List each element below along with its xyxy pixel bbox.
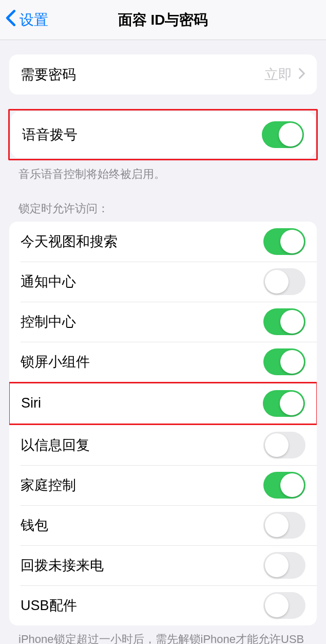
voice-dial-highlight: 语音拨号 <box>8 109 318 160</box>
row-label: 锁屏小组件 <box>21 353 263 371</box>
navbar: 设置 面容 ID与密码 <box>0 0 326 40</box>
lock-item-row: 家庭控制 <box>9 465 317 505</box>
lock-footer: iPhone锁定超过一小时后，需先解锁iPhone才能允许USB配件连接。 <box>0 625 326 644</box>
lock-item-row: 钱包 <box>9 505 317 545</box>
row-label: 家庭控制 <box>21 476 263 494</box>
row-label: 钱包 <box>21 516 263 535</box>
lock-access-group: 今天视图和搜索通知中心控制中心锁屏小组件Siri以信息回复家庭控制钱包回拨未接来… <box>9 222 317 625</box>
voice-dial-footer: 音乐语音控制将始终被启用。 <box>0 160 326 182</box>
lock-item-row: 通知中心 <box>9 262 317 302</box>
row-label: 需要密码 <box>21 65 264 84</box>
voice-dial-row: 语音拨号 <box>11 112 315 158</box>
lock-item-toggle[interactable] <box>263 472 305 499</box>
lock-item-row: 控制中心 <box>9 302 317 342</box>
lock-section-header: 锁定时允许访问： <box>0 201 326 222</box>
row-label: 以信息回复 <box>21 436 263 454</box>
lock-item-row: 回拨未接来电 <box>9 545 317 585</box>
lock-item-toggle[interactable] <box>263 308 305 335</box>
require-passcode-group: 需要密码 立即 <box>9 54 317 95</box>
row-label: Siri <box>21 395 263 411</box>
siri-highlight: Siri <box>9 382 317 425</box>
voice-dial-toggle[interactable] <box>262 121 304 148</box>
row-label: 通知中心 <box>21 272 263 291</box>
lock-item-row: 锁屏小组件 <box>9 342 317 382</box>
chevron-right-icon <box>298 68 305 81</box>
row-label: 今天视图和搜索 <box>21 232 263 251</box>
lock-item-toggle[interactable] <box>263 512 305 539</box>
back-button[interactable]: 设置 <box>0 9 48 30</box>
require-passcode-row[interactable]: 需要密码 立即 <box>9 54 317 95</box>
lock-item-row: Siri <box>10 383 316 424</box>
lock-item-toggle[interactable] <box>263 432 305 458</box>
row-label: 语音拨号 <box>22 125 262 144</box>
row-label: USB配件 <box>21 596 263 615</box>
chevron-left-icon <box>5 9 16 30</box>
back-label: 设置 <box>20 10 48 30</box>
page-title: 面容 ID与密码 <box>118 10 208 30</box>
lock-item-toggle[interactable] <box>263 390 305 417</box>
row-label: 回拨未接来电 <box>21 556 263 575</box>
lock-item-row: 以信息回复 <box>9 425 317 465</box>
row-value: 立即 <box>264 65 292 84</box>
lock-item-row: USB配件 <box>9 585 317 625</box>
lock-item-row: 今天视图和搜索 <box>9 222 317 262</box>
lock-item-toggle[interactable] <box>263 592 305 619</box>
voice-dial-group: 语音拨号 <box>11 112 315 158</box>
row-label: 控制中心 <box>21 312 263 331</box>
lock-item-toggle[interactable] <box>263 268 305 295</box>
lock-item-toggle[interactable] <box>263 552 305 579</box>
lock-item-toggle[interactable] <box>263 348 305 375</box>
lock-item-toggle[interactable] <box>263 228 305 255</box>
